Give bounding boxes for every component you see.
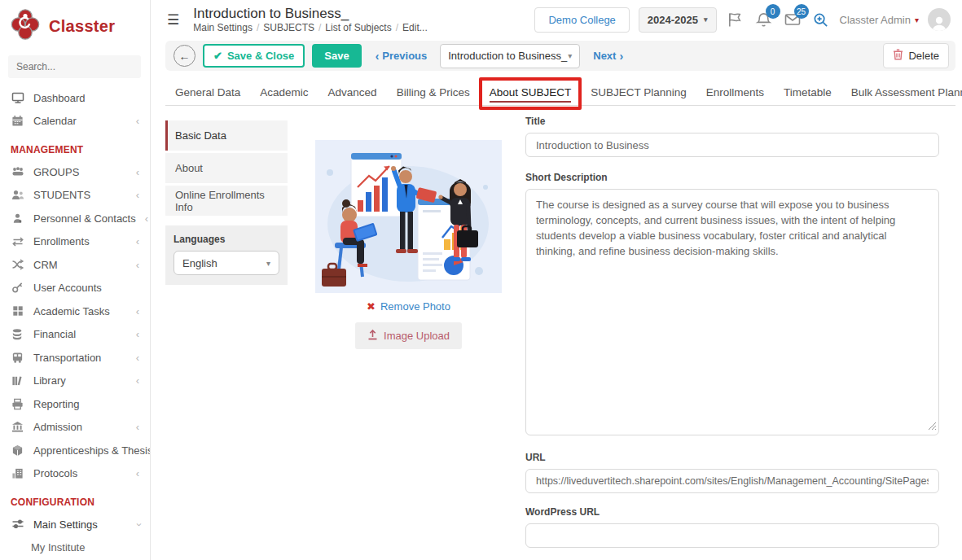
sidebar-item-dashboard[interactable]: Dashboard xyxy=(0,86,150,110)
subnav-item-about[interactable]: About xyxy=(165,153,288,183)
classter-logo-icon xyxy=(10,8,41,44)
sidebar-item-label: Financial xyxy=(33,328,76,340)
notifications-badge: 0 xyxy=(766,4,780,19)
title-input[interactable] xyxy=(525,133,939,157)
back-button[interactable]: ← xyxy=(174,45,195,67)
sidebar: Classter Dashboard Calendar ‹ MANAGEMENT… xyxy=(0,0,151,560)
tab-bulk-assessment-planning[interactable]: Bulk Assessment Planning xyxy=(841,80,962,106)
classter-app: Classter Dashboard Calendar ‹ MANAGEMENT… xyxy=(0,0,962,560)
sidebar-item-students[interactable]: STUDENTS ‹ xyxy=(0,184,150,208)
tab-timetable[interactable]: Timetable xyxy=(774,80,841,106)
academic-year-selector[interactable]: 2024-2025▾ xyxy=(639,7,717,33)
tab-enrollments[interactable]: Enrollments xyxy=(696,80,774,106)
chevron-left-icon: ‹ xyxy=(136,422,139,432)
sidebar-item-reporting[interactable]: Reporting xyxy=(0,392,150,416)
edit-toolbar: ← ✔Save & Close Save ‹Previous Introduct… xyxy=(165,41,955,71)
sidebar-item-transportation[interactable]: Transportation ‹ xyxy=(0,346,150,370)
flag-icon[interactable] xyxy=(726,10,745,29)
caret-down-icon: ▾ xyxy=(915,15,919,24)
sidebar-item-label: User Accounts xyxy=(33,282,102,294)
chevron-left-icon: ‹ xyxy=(136,375,139,386)
sidebar-item-crm[interactable]: CRM ‹ xyxy=(0,253,150,277)
languages-label: Languages xyxy=(174,234,279,245)
tab-billing-prices[interactable]: Billing & Prices xyxy=(387,80,480,106)
building-icon xyxy=(11,467,24,480)
resize-handle[interactable] xyxy=(928,419,937,434)
wordpress-url-label: WordPress URL xyxy=(525,506,939,518)
subject-selector[interactable]: Introduction to Business_▾ xyxy=(440,44,580,68)
delete-button[interactable]: Delete xyxy=(883,43,949,68)
chevron-left-icon: ‹ xyxy=(136,167,139,177)
calendar-icon xyxy=(11,115,24,128)
caret-down-icon: ▾ xyxy=(704,15,708,24)
main-area: ☰ Introduction to Business_ Main Setting… xyxy=(151,0,962,560)
tab-academic[interactable]: Academic xyxy=(250,80,318,106)
chevron-left-icon: ‹ xyxy=(136,306,139,317)
about-subnav: Basic Data About Online Enrollments Info… xyxy=(165,120,288,285)
about-subject-form: Title Short Description The course is de… xyxy=(525,116,939,548)
breadcrumb-item[interactable]: SUBJECTS xyxy=(263,22,314,33)
students-icon xyxy=(11,189,24,202)
sidebar-item-admission[interactable]: Admission ‹ xyxy=(0,416,150,440)
wordpress-url-input[interactable] xyxy=(525,523,939,548)
sidebar-item-library[interactable]: Library ‹ xyxy=(0,370,150,393)
save-button[interactable]: Save xyxy=(312,44,361,68)
save-and-close-button[interactable]: ✔Save & Close xyxy=(203,44,305,68)
previous-button[interactable]: ‹Previous xyxy=(376,50,428,63)
printer-icon xyxy=(11,397,24,410)
notifications-bell-icon[interactable]: 0 xyxy=(754,10,774,29)
url-label: URL xyxy=(525,452,939,463)
search-input[interactable] xyxy=(8,55,141,78)
remove-photo-link[interactable]: ✖Remove Photo xyxy=(367,300,450,313)
chevron-left-icon: ‹ xyxy=(136,116,139,126)
top-header: ☰ Introduction to Business_ Main Setting… xyxy=(151,0,962,39)
sidebar-subitem-my-institute[interactable]: My Institute xyxy=(0,536,150,560)
title-label: Title xyxy=(525,116,939,127)
sidebar-item-calendar[interactable]: Calendar ‹ xyxy=(0,110,150,133)
url-input[interactable] xyxy=(525,469,939,493)
chevron-left-icon: ‹ xyxy=(136,260,139,270)
sidebar-item-enrollments[interactable]: Enrollments ‹ xyxy=(0,230,150,254)
sidebar-item-label: Academic Tasks xyxy=(33,305,110,317)
avatar[interactable] xyxy=(928,8,951,31)
sidebar-item-personnel-contacts[interactable]: Personnel & Contacts ‹ xyxy=(0,207,150,230)
short-description-textarea[interactable]: The course is designed as a survey cours… xyxy=(525,189,939,435)
chevron-left-icon: ‹ xyxy=(136,352,139,363)
brand-logo[interactable]: Classter xyxy=(0,0,150,49)
subnav-item-basic-data[interactable]: Basic Data xyxy=(165,120,288,151)
upload-icon xyxy=(367,329,378,343)
sidebar-item-apprenticeships-thesis[interactable]: Apprenticeships & Thesis ‹ xyxy=(0,439,150,462)
short-description-label: Short Description xyxy=(525,172,939,183)
sidebar-item-label: Transportation xyxy=(33,352,101,364)
college-selector-button[interactable]: Demo College xyxy=(534,7,629,33)
breadcrumb-item[interactable]: List of Subjects xyxy=(325,22,391,33)
next-button[interactable]: Next› xyxy=(593,50,623,63)
sidebar-item-academic-tasks[interactable]: Academic Tasks ‹ xyxy=(0,300,150,323)
language-select[interactable]: English▾ xyxy=(174,251,279,275)
user-menu[interactable]: Classter Admin▾ xyxy=(840,14,919,26)
books-icon xyxy=(11,374,24,387)
tab-advanced[interactable]: Advanced xyxy=(318,80,387,106)
subnav-item-online-enrollments-info[interactable]: Online Enrollments Info xyxy=(165,186,288,216)
tab-general-data[interactable]: General Data xyxy=(165,80,250,106)
sidebar-item-user-accounts[interactable]: User Accounts xyxy=(0,277,150,300)
tab-about-subject[interactable]: About SUBJECT xyxy=(480,80,582,106)
breadcrumb-item[interactable]: Main Settings xyxy=(193,22,253,33)
sidebar-item-groups[interactable]: GROUPS ‹ xyxy=(0,160,150,184)
tab-subject-planning[interactable]: SUBJECT Planning xyxy=(581,80,696,106)
image-upload-button[interactable]: Image Upload xyxy=(355,322,462,349)
sidebar-item-financial[interactable]: Financial ‹ xyxy=(0,323,150,347)
breadcrumb-item[interactable]: Edit... xyxy=(402,22,428,33)
sidebar-item-main-settings[interactable]: Main Settings ‹ xyxy=(0,513,150,536)
messages-badge: 25 xyxy=(794,4,809,19)
trash-icon xyxy=(893,49,903,63)
hamburger-menu-icon[interactable]: ☰ xyxy=(167,11,179,28)
bank-icon xyxy=(11,421,24,434)
zoom-in-icon[interactable] xyxy=(811,10,831,29)
sidebar-item-protocols[interactable]: Protocols ‹ xyxy=(0,462,150,486)
subject-tabs: General Data Academic Advanced Billing &… xyxy=(165,80,955,106)
caret-down-icon: ▾ xyxy=(266,259,270,268)
messages-envelope-icon[interactable]: 25 xyxy=(783,10,802,29)
chevron-left-icon: ‹ xyxy=(136,190,139,200)
check-icon: ✔ xyxy=(213,50,222,62)
